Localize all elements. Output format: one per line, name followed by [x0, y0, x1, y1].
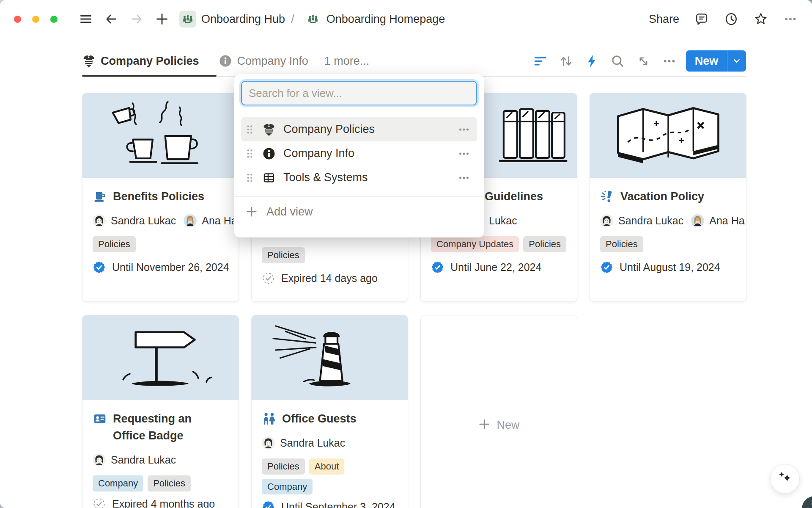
- expired-icon: [262, 272, 275, 285]
- author-name: Sandra Lukac: [618, 215, 683, 227]
- new-button[interactable]: New: [686, 50, 746, 72]
- top-bar: Onboarding Hub / Onboarding Homepage Sha…: [0, 0, 812, 38]
- view-item-options-icon[interactable]: [458, 147, 470, 160]
- back-arrow-icon[interactable]: [104, 12, 118, 26]
- drag-handle-icon[interactable]: [244, 172, 255, 183]
- view-item-options-icon[interactable]: [458, 171, 470, 184]
- people-group-icon[interactable]: [179, 11, 196, 28]
- gallery-card[interactable]: Office GuestsSandra LukacPoliciesAboutCo…: [251, 315, 408, 508]
- forward-arrow-icon[interactable]: [129, 12, 144, 26]
- card-tags: PoliciesAboutCompany: [262, 458, 398, 494]
- breadcrumb-separator: /: [291, 13, 294, 26]
- avatar: [262, 436, 275, 450]
- view-toolbar: Company Policies Company Info 1 more... …: [82, 46, 746, 76]
- breadcrumb-current[interactable]: Onboarding Homepage: [326, 13, 445, 26]
- app-window: Onboarding Hub / Onboarding Homepage Sha…: [0, 0, 812, 508]
- card-cover-image: [590, 93, 746, 178]
- card-authors: Sandra Lukac: [262, 436, 407, 450]
- star-icon[interactable]: [754, 12, 768, 26]
- close-window-button[interactable]: [14, 16, 21, 23]
- tag: Policies: [262, 247, 305, 263]
- avatar: [184, 214, 197, 227]
- gallery-card[interactable]: Requesting an Office BadgeSandra LukacCo…: [82, 315, 239, 508]
- tag: Policies: [262, 458, 305, 475]
- avatar: [93, 453, 106, 467]
- verified-icon: [262, 500, 275, 508]
- sort-icon[interactable]: [559, 54, 573, 69]
- tag: Company Updates: [431, 236, 519, 252]
- new-page-icon[interactable]: [155, 12, 169, 26]
- sparkles-icon: [776, 469, 794, 489]
- card-title: Benefits Policies: [113, 188, 204, 205]
- drag-handle-icon[interactable]: [244, 148, 255, 159]
- card-cover-image: [82, 93, 239, 178]
- table-icon: [262, 171, 276, 185]
- drag-handle-icon[interactable]: [244, 124, 255, 135]
- add-view-label: Add view: [266, 205, 313, 218]
- card-status: Expired 4 months ago: [93, 497, 228, 508]
- card-tags: Policies: [262, 247, 398, 263]
- card-status: Expired 14 days ago: [262, 272, 398, 285]
- gallery-card[interactable]: Vacation PolicySandra LukacAna HauPolici…: [590, 93, 746, 302]
- collision-icon: [600, 189, 614, 204]
- chevron-down-icon[interactable]: [727, 55, 746, 66]
- automation-lightning-icon[interactable]: [584, 54, 599, 69]
- tab-company-info[interactable]: Company Info: [219, 54, 308, 68]
- minimize-window-button[interactable]: [32, 16, 39, 23]
- author-name: Sandra Lukac: [111, 215, 176, 227]
- avatar: [600, 214, 613, 227]
- author-name: Lukac: [489, 215, 517, 227]
- tag: Policies: [148, 475, 191, 491]
- view-options-icon[interactable]: [662, 54, 677, 69]
- view-menu-item[interactable]: Tools & Systems: [241, 166, 477, 190]
- more-tabs-button[interactable]: 1 more...: [324, 55, 370, 68]
- card-authors: Sandra LukacAna Ha: [93, 213, 238, 228]
- clock-icon[interactable]: [724, 12, 738, 26]
- view-search-input[interactable]: [241, 81, 477, 105]
- card-title-row: Vacation Policy: [600, 188, 736, 205]
- status-text: Expired 14 days ago: [281, 272, 378, 284]
- card-body: Benefits PoliciesSandra LukacAna HaPolic…: [82, 178, 239, 274]
- card-title-row: Requesting an Office Badge: [93, 410, 228, 444]
- expand-icon[interactable]: [636, 54, 651, 69]
- more-options-icon[interactable]: [783, 12, 798, 26]
- status-text: Until June 22, 2024: [450, 261, 541, 273]
- view-menu-item[interactable]: Company Policies: [241, 117, 477, 141]
- add-view-button[interactable]: Add view: [241, 197, 477, 226]
- card-body: Office GuestsSandra LukacPoliciesAboutCo…: [252, 400, 408, 508]
- tab-label: Company Info: [237, 55, 308, 68]
- gallery-card[interactable]: Benefits PoliciesSandra LukacAna HaPolic…: [82, 93, 239, 302]
- view-item-options-icon[interactable]: [458, 123, 470, 136]
- zoom-window-button[interactable]: [50, 16, 58, 23]
- filter-icon[interactable]: [533, 54, 548, 69]
- card-authors: Sandra LukacAna Hau: [600, 213, 745, 228]
- card-tags: Company UpdatesPolicies: [431, 236, 567, 252]
- card-title: Requesting an Office Badge: [113, 410, 219, 444]
- sidebar-toggle-icon[interactable]: [79, 12, 93, 26]
- tag: Policies: [523, 236, 566, 252]
- verified-icon: [93, 261, 106, 274]
- tag: About: [309, 458, 345, 475]
- tab-company-policies[interactable]: Company Policies: [82, 54, 199, 68]
- view-menu-item[interactable]: Company Info: [241, 141, 477, 166]
- tab-label: Company Policies: [101, 55, 199, 68]
- people-icon: [262, 411, 276, 426]
- card-title-row: Benefits Policies: [93, 188, 228, 205]
- comment-icon[interactable]: [694, 12, 709, 26]
- view-menu-item-label: Company Policies: [283, 123, 375, 136]
- new-card-button[interactable]: New: [420, 315, 577, 508]
- share-button[interactable]: Share: [649, 13, 679, 26]
- plus-icon: [478, 418, 491, 432]
- bee-icon: [82, 54, 96, 68]
- search-icon[interactable]: [610, 54, 625, 69]
- ai-assistant-button[interactable]: [770, 464, 800, 494]
- breadcrumb-root[interactable]: Onboarding Hub: [201, 13, 285, 26]
- card-cover-image: [82, 315, 239, 400]
- card-cover-image: [252, 315, 408, 400]
- card-title-row: Office Guests: [262, 410, 398, 427]
- card-title: Office Guests: [282, 410, 357, 427]
- card-title: Vacation Policy: [620, 188, 704, 205]
- desktop-corner-shape: [802, 496, 812, 508]
- author-name: Sandra Lukac: [111, 454, 176, 466]
- card-authors: Sandra Lukac: [93, 453, 238, 467]
